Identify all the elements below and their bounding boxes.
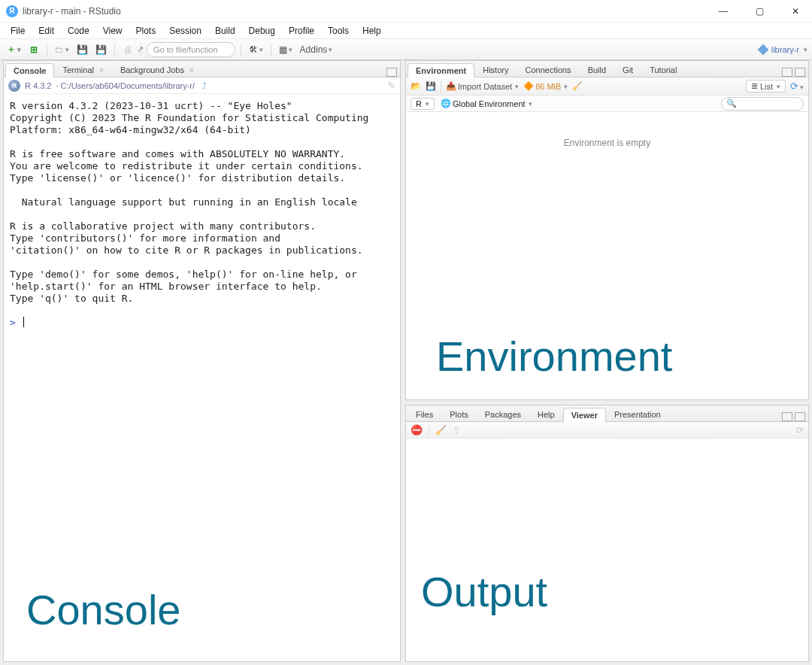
tab-console[interactable]: Console (5, 63, 54, 77)
save-button[interactable]: 💾 (74, 42, 90, 57)
output-tabrow: Files Plots Packages Help Viewer Present… (406, 405, 808, 422)
print-button[interactable]: 🖨 (120, 42, 135, 57)
tab-environment[interactable]: Environment (408, 63, 474, 77)
right-column: Environment History Connections Build Gi… (405, 60, 809, 662)
menu-view[interactable]: View (97, 24, 129, 38)
import-dataset-button[interactable]: 📥 Import Dataset ▾ (446, 81, 519, 91)
search-icon: 🔍 (726, 99, 737, 108)
environment-scope-bar: R ▾ 🌐 Global Environment ▾ 🔍 (406, 96, 808, 112)
tab-presentation[interactable]: Presentation (606, 407, 669, 421)
memory-usage-label: 86 MiB (535, 82, 561, 91)
pane-minimize-button[interactable] (782, 412, 792, 421)
r-version-label: R 4.3.2 (25, 81, 51, 90)
pin-icon[interactable]: ⤴ (202, 81, 207, 90)
tab-viewer[interactable]: Viewer (563, 408, 606, 422)
tab-build[interactable]: Build (580, 62, 614, 77)
save-all-button[interactable]: 💾 (93, 42, 109, 57)
close-icon[interactable]: × (189, 66, 194, 74)
menu-edit[interactable]: Edit (32, 24, 60, 38)
window-controls: — ▢ ✕ (713, 6, 806, 17)
clear-console-icon[interactable]: ✎ (387, 80, 395, 91)
menu-file[interactable]: File (5, 24, 31, 38)
new-project-button[interactable]: ⊞ (26, 42, 41, 57)
annotation-environment: Environment (436, 332, 672, 381)
window-title: library-r - main - RStudio (23, 6, 713, 17)
grid-dropdown-button[interactable]: ▦▾ (277, 42, 295, 57)
environment-scope-label: Global Environment (453, 99, 526, 108)
broom-icon[interactable]: 🧹 (572, 81, 583, 91)
project-switcher[interactable]: library-r ▾ (758, 44, 807, 55)
tab-terminal-label: Terminal (62, 65, 94, 74)
import-dataset-label: Import Dataset (458, 82, 512, 91)
environment-scope-dropdown[interactable]: 🌐 Global Environment ▾ (441, 99, 532, 108)
environment-search-input[interactable]: 🔍 (721, 97, 804, 111)
window-minimize-button[interactable]: — (713, 6, 734, 17)
new-file-button[interactable]: ＋▾ (5, 42, 23, 57)
view-mode-dropdown[interactable]: ≣ List ▾ (746, 80, 786, 93)
memory-usage-indicator[interactable]: 🔶 86 MiB ▾ (523, 81, 568, 91)
pane-maximize-button[interactable] (386, 68, 397, 77)
main-toolbar: ＋▾ ⊞ 🗀▾ 💾 💾 🖨 Go to file/function 🛠▾ ▦▾ … (0, 39, 812, 60)
menu-session[interactable]: Session (163, 24, 208, 38)
project-cube-icon (757, 44, 768, 55)
pane-minimize-button[interactable] (782, 68, 792, 77)
menu-debug[interactable]: Debug (243, 24, 281, 38)
environment-body: Environment is empty Environment (406, 112, 808, 399)
addins-button[interactable]: Addins ▾ (298, 42, 335, 57)
open-file-button[interactable]: 🗀▾ (53, 42, 71, 57)
viewer-publish-icon[interactable]: ⟳ (796, 425, 804, 436)
tab-history[interactable]: History (474, 62, 517, 77)
tab-packages[interactable]: Packages (477, 407, 529, 421)
tab-plots[interactable]: Plots (441, 407, 476, 421)
tab-git[interactable]: Git (614, 62, 641, 77)
load-workspace-icon[interactable]: 📂 (411, 81, 421, 91)
environment-toolbar: 📂 💾 📥 Import Dataset ▾ 🔶 86 MiB ▾ 🧹 ≣ Li… (406, 77, 808, 96)
env-pane-controls (782, 68, 808, 77)
pane-maximize-button[interactable] (795, 68, 805, 77)
tab-help[interactable]: Help (529, 407, 563, 421)
console-prompt: > (10, 317, 22, 328)
menu-profile[interactable]: Profile (283, 24, 320, 38)
save-workspace-icon[interactable]: 💾 (426, 81, 436, 91)
menubar: File Edit Code View Plots Session Build … (0, 23, 812, 39)
refresh-icon[interactable]: ⟳▾ (790, 80, 804, 92)
tab-files[interactable]: Files (408, 407, 441, 421)
workspace: Console Terminal × Background Jobs × R R… (0, 60, 812, 665)
tab-background-jobs[interactable]: Background Jobs × (112, 62, 202, 77)
menu-plots[interactable]: Plots (130, 24, 162, 38)
language-scope-dropdown[interactable]: R ▾ (411, 98, 435, 110)
environment-empty-text: Environment is empty (564, 138, 650, 148)
menu-code[interactable]: Code (62, 24, 95, 38)
left-column: Console Terminal × Background Jobs × R R… (3, 60, 401, 662)
pane-maximize-button[interactable] (795, 412, 805, 421)
annotation-console: Console (26, 604, 180, 616)
goto-file-function-input[interactable]: Go to file/function (147, 42, 235, 57)
rstudio-app-icon: R (6, 5, 18, 17)
viewer-broom-icon[interactable]: 🧹 (435, 425, 447, 436)
working-dir-label: · C:/Users/ab604/Documents/library-r/ (56, 81, 195, 90)
tab-tutorial[interactable]: Tutorial (641, 62, 685, 77)
globe-icon: 🌐 (441, 99, 451, 108)
tab-connections[interactable]: Connections (517, 62, 579, 77)
console-cursor (23, 317, 24, 327)
menu-help[interactable]: Help (356, 24, 387, 38)
window-maximize-button[interactable]: ▢ (749, 6, 770, 17)
menu-tools[interactable]: Tools (322, 24, 355, 38)
environment-pane: Environment History Connections Build Gi… (405, 60, 809, 400)
window-close-button[interactable]: ✕ (785, 6, 806, 17)
output-pane-controls (782, 412, 808, 421)
close-icon[interactable]: × (99, 66, 104, 74)
addins-label: Addins (300, 44, 328, 55)
console-pane-controls (386, 68, 400, 77)
console-startup-text: R version 4.3.2 (2023-10-31 ucrt) -- "Ey… (10, 100, 368, 304)
tools-dropdown-button[interactable]: 🛠▾ (247, 42, 265, 57)
console-output[interactable]: R version 4.3.2 (2023-10-31 ucrt) -- "Ey… (4, 94, 400, 661)
stop-icon[interactable]: ⛔ (411, 424, 423, 436)
annotation-output: Output (421, 567, 547, 616)
tab-terminal[interactable]: Terminal × (54, 62, 111, 77)
viewer-export-icon[interactable]: ⇪ (453, 425, 460, 436)
menu-build[interactable]: Build (209, 24, 241, 38)
tab-bgjobs-label: Background Jobs (120, 65, 184, 74)
console-tabrow: Console Terminal × Background Jobs × (4, 61, 400, 77)
viewer-body: Output (406, 439, 808, 661)
